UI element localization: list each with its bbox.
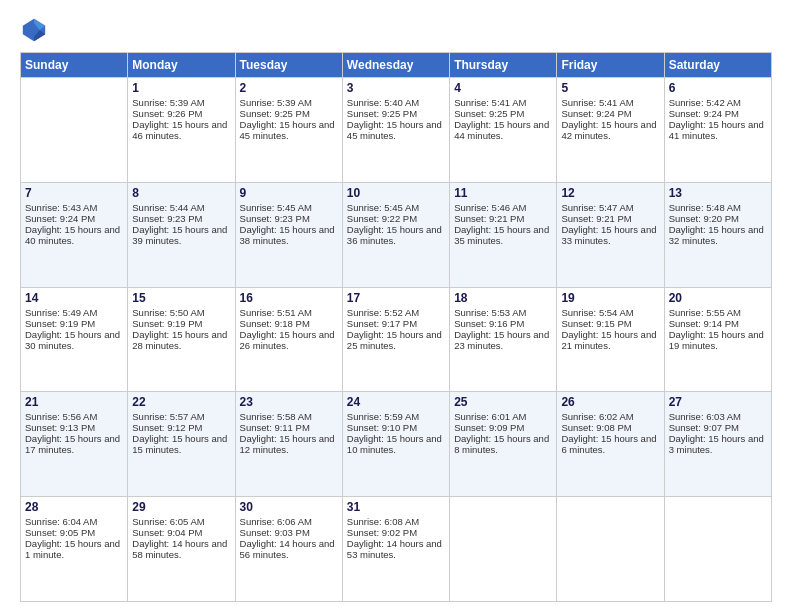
calendar-cell: 9Sunrise: 5:45 AMSunset: 9:23 PMDaylight… [235, 182, 342, 287]
daylight-text: Daylight: 15 hours and 21 minutes. [561, 329, 659, 351]
day-number: 2 [240, 81, 338, 95]
calendar-week-1: 1Sunrise: 5:39 AMSunset: 9:26 PMDaylight… [21, 78, 772, 183]
calendar-cell: 1Sunrise: 5:39 AMSunset: 9:26 PMDaylight… [128, 78, 235, 183]
calendar-week-4: 21Sunrise: 5:56 AMSunset: 9:13 PMDayligh… [21, 392, 772, 497]
daylight-text: Daylight: 15 hours and 19 minutes. [669, 329, 767, 351]
daylight-text: Daylight: 15 hours and 44 minutes. [454, 119, 552, 141]
day-number: 26 [561, 395, 659, 409]
daylight-text: Daylight: 15 hours and 3 minutes. [669, 433, 767, 455]
sunrise-text: Sunrise: 6:08 AM [347, 516, 445, 527]
calendar-cell: 5Sunrise: 5:41 AMSunset: 9:24 PMDaylight… [557, 78, 664, 183]
logo-icon [20, 16, 48, 44]
sunrise-text: Sunrise: 5:45 AM [240, 202, 338, 213]
calendar-cell: 14Sunrise: 5:49 AMSunset: 9:19 PMDayligh… [21, 287, 128, 392]
sunset-text: Sunset: 9:19 PM [132, 318, 230, 329]
sunset-text: Sunset: 9:04 PM [132, 527, 230, 538]
sunrise-text: Sunrise: 5:50 AM [132, 307, 230, 318]
day-number: 9 [240, 186, 338, 200]
day-number: 25 [454, 395, 552, 409]
day-number: 11 [454, 186, 552, 200]
sunrise-text: Sunrise: 5:44 AM [132, 202, 230, 213]
daylight-text: Daylight: 15 hours and 17 minutes. [25, 433, 123, 455]
day-number: 13 [669, 186, 767, 200]
calendar-cell: 19Sunrise: 5:54 AMSunset: 9:15 PMDayligh… [557, 287, 664, 392]
day-number: 27 [669, 395, 767, 409]
sunrise-text: Sunrise: 6:02 AM [561, 411, 659, 422]
page: SundayMondayTuesdayWednesdayThursdayFrid… [0, 0, 792, 612]
calendar-cell: 21Sunrise: 5:56 AMSunset: 9:13 PMDayligh… [21, 392, 128, 497]
day-number: 21 [25, 395, 123, 409]
sunrise-text: Sunrise: 5:58 AM [240, 411, 338, 422]
calendar-cell: 27Sunrise: 6:03 AMSunset: 9:07 PMDayligh… [664, 392, 771, 497]
sunrise-text: Sunrise: 5:52 AM [347, 307, 445, 318]
sunrise-text: Sunrise: 5:57 AM [132, 411, 230, 422]
day-number: 18 [454, 291, 552, 305]
calendar-week-3: 14Sunrise: 5:49 AMSunset: 9:19 PMDayligh… [21, 287, 772, 392]
daylight-text: Daylight: 15 hours and 25 minutes. [347, 329, 445, 351]
day-header-monday: Monday [128, 53, 235, 78]
day-number: 22 [132, 395, 230, 409]
calendar-cell: 7Sunrise: 5:43 AMSunset: 9:24 PMDaylight… [21, 182, 128, 287]
daylight-text: Daylight: 15 hours and 26 minutes. [240, 329, 338, 351]
sunrise-text: Sunrise: 5:53 AM [454, 307, 552, 318]
daylight-text: Daylight: 15 hours and 36 minutes. [347, 224, 445, 246]
day-number: 3 [347, 81, 445, 95]
sunrise-text: Sunrise: 5:59 AM [347, 411, 445, 422]
sunset-text: Sunset: 9:23 PM [240, 213, 338, 224]
sunset-text: Sunset: 9:17 PM [347, 318, 445, 329]
calendar-cell: 22Sunrise: 5:57 AMSunset: 9:12 PMDayligh… [128, 392, 235, 497]
calendar-week-2: 7Sunrise: 5:43 AMSunset: 9:24 PMDaylight… [21, 182, 772, 287]
header [20, 16, 772, 44]
day-header-sunday: Sunday [21, 53, 128, 78]
sunset-text: Sunset: 9:10 PM [347, 422, 445, 433]
sunset-text: Sunset: 9:25 PM [454, 108, 552, 119]
day-number: 1 [132, 81, 230, 95]
day-number: 19 [561, 291, 659, 305]
daylight-text: Daylight: 15 hours and 45 minutes. [240, 119, 338, 141]
day-header-friday: Friday [557, 53, 664, 78]
day-number: 15 [132, 291, 230, 305]
calendar-cell [557, 497, 664, 602]
calendar-table: SundayMondayTuesdayWednesdayThursdayFrid… [20, 52, 772, 602]
sunset-text: Sunset: 9:24 PM [561, 108, 659, 119]
day-number: 4 [454, 81, 552, 95]
sunrise-text: Sunrise: 5:47 AM [561, 202, 659, 213]
sunrise-text: Sunrise: 5:51 AM [240, 307, 338, 318]
daylight-text: Daylight: 15 hours and 38 minutes. [240, 224, 338, 246]
sunrise-text: Sunrise: 5:56 AM [25, 411, 123, 422]
day-header-thursday: Thursday [450, 53, 557, 78]
daylight-text: Daylight: 14 hours and 53 minutes. [347, 538, 445, 560]
sunrise-text: Sunrise: 5:45 AM [347, 202, 445, 213]
calendar-cell [450, 497, 557, 602]
sunset-text: Sunset: 9:26 PM [132, 108, 230, 119]
calendar-cell: 2Sunrise: 5:39 AMSunset: 9:25 PMDaylight… [235, 78, 342, 183]
daylight-text: Daylight: 15 hours and 40 minutes. [25, 224, 123, 246]
calendar-cell: 25Sunrise: 6:01 AMSunset: 9:09 PMDayligh… [450, 392, 557, 497]
sunset-text: Sunset: 9:23 PM [132, 213, 230, 224]
day-number: 28 [25, 500, 123, 514]
day-number: 6 [669, 81, 767, 95]
sunrise-text: Sunrise: 5:54 AM [561, 307, 659, 318]
sunset-text: Sunset: 9:25 PM [240, 108, 338, 119]
sunrise-text: Sunrise: 5:46 AM [454, 202, 552, 213]
daylight-text: Daylight: 15 hours and 23 minutes. [454, 329, 552, 351]
sunset-text: Sunset: 9:20 PM [669, 213, 767, 224]
calendar-header-row: SundayMondayTuesdayWednesdayThursdayFrid… [21, 53, 772, 78]
sunset-text: Sunset: 9:03 PM [240, 527, 338, 538]
sunset-text: Sunset: 9:16 PM [454, 318, 552, 329]
day-header-tuesday: Tuesday [235, 53, 342, 78]
daylight-text: Daylight: 15 hours and 41 minutes. [669, 119, 767, 141]
day-number: 20 [669, 291, 767, 305]
calendar-cell: 8Sunrise: 5:44 AMSunset: 9:23 PMDaylight… [128, 182, 235, 287]
sunset-text: Sunset: 9:25 PM [347, 108, 445, 119]
sunset-text: Sunset: 9:08 PM [561, 422, 659, 433]
daylight-text: Daylight: 14 hours and 56 minutes. [240, 538, 338, 560]
calendar-cell: 4Sunrise: 5:41 AMSunset: 9:25 PMDaylight… [450, 78, 557, 183]
sunset-text: Sunset: 9:11 PM [240, 422, 338, 433]
daylight-text: Daylight: 15 hours and 12 minutes. [240, 433, 338, 455]
sunrise-text: Sunrise: 5:41 AM [454, 97, 552, 108]
calendar-cell: 24Sunrise: 5:59 AMSunset: 9:10 PMDayligh… [342, 392, 449, 497]
calendar-week-5: 28Sunrise: 6:04 AMSunset: 9:05 PMDayligh… [21, 497, 772, 602]
day-header-wednesday: Wednesday [342, 53, 449, 78]
day-number: 29 [132, 500, 230, 514]
